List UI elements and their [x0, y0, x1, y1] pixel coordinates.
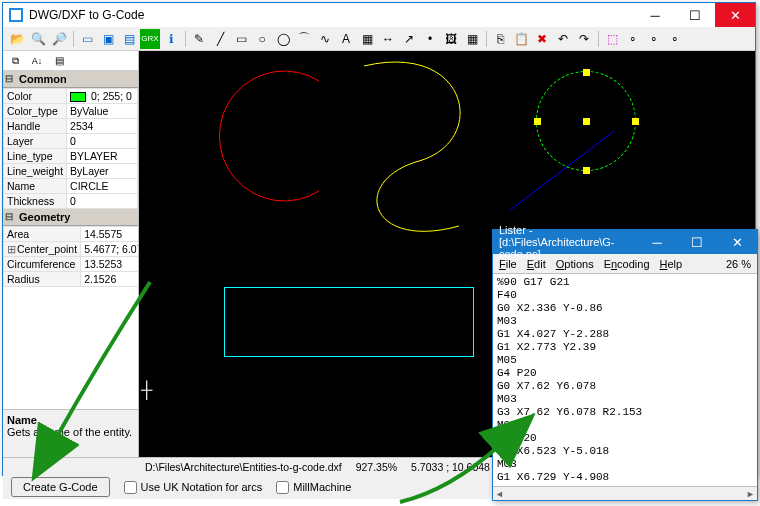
create-gcode-button[interactable]: Create G-Code: [11, 477, 110, 497]
lister-maximize-button[interactable]: ☐: [677, 230, 717, 254]
spline-icon[interactable]: ∿: [315, 29, 335, 49]
delete-icon[interactable]: ✖: [532, 29, 552, 49]
prop-row[interactable]: Line_typeBYLAYER: [4, 149, 138, 164]
handle-left[interactable]: [534, 118, 541, 125]
prop-row[interactable]: Color_typeByValue: [4, 104, 138, 119]
prop-value[interactable]: ByLayer: [67, 164, 138, 179]
hatch-icon[interactable]: ▦: [357, 29, 377, 49]
image-icon[interactable]: 🖼: [441, 29, 461, 49]
more1-icon[interactable]: ∘: [623, 29, 643, 49]
desc-name-label: Name: [7, 414, 134, 426]
handle-right[interactable]: [632, 118, 639, 125]
grid-icon[interactable]: GRX: [140, 29, 160, 49]
prop-value[interactable]: 0: [67, 194, 138, 209]
millmachine-checkbox[interactable]: MillMachine: [276, 481, 351, 494]
zoom-icon[interactable]: 🔍: [28, 29, 48, 49]
menu-edit[interactable]: Edit: [527, 258, 546, 270]
sort-az-icon[interactable]: A↓: [27, 51, 47, 71]
info-icon[interactable]: ℹ: [161, 29, 181, 49]
leader-icon[interactable]: ↗: [399, 29, 419, 49]
prop-key: Thickness: [4, 194, 67, 209]
prop-value[interactable]: ByValue: [67, 104, 138, 119]
pointer-icon[interactable]: ✎: [189, 29, 209, 49]
common-properties-table: Color 0; 255; 0Color_typeByValueHandle25…: [3, 88, 138, 209]
view1-icon[interactable]: ▭: [77, 29, 97, 49]
handle-top[interactable]: [583, 69, 590, 76]
block-icon[interactable]: ▦: [462, 29, 482, 49]
prop-row[interactable]: Circumference13.5253: [4, 257, 139, 272]
arc-icon[interactable]: ⌒: [294, 29, 314, 49]
prop-key: Handle: [4, 119, 67, 134]
handle-bottom[interactable]: [583, 167, 590, 174]
handle-center[interactable]: [583, 118, 590, 125]
minimize-button[interactable]: ─: [635, 3, 675, 27]
prop-value[interactable]: CIRCLE: [67, 179, 138, 194]
redo-icon[interactable]: ↷: [574, 29, 594, 49]
millmachine-input[interactable]: [276, 481, 289, 494]
lister-content[interactable]: %90 G17 G21 F40 G0 X2.336 Y-0.86 M03 G1 …: [493, 274, 757, 486]
prop-value[interactable]: 13.5253: [81, 257, 138, 272]
prop-row[interactable]: Handle2534: [4, 119, 138, 134]
lister-minimize-button[interactable]: ─: [637, 230, 677, 254]
prop-row[interactable]: NameCIRCLE: [4, 179, 138, 194]
prop-row[interactable]: Layer0: [4, 134, 138, 149]
copy-icon[interactable]: ⎘: [490, 29, 510, 49]
lister-window: Lister - [d:\Files\Architecture\G-code.n…: [492, 229, 758, 501]
point-icon[interactable]: •: [420, 29, 440, 49]
text-icon[interactable]: A: [336, 29, 356, 49]
separator: [483, 29, 489, 49]
prop-value[interactable]: 2.1526: [81, 272, 138, 287]
circle-icon[interactable]: ○: [252, 29, 272, 49]
section-geometry[interactable]: Geometry: [3, 209, 138, 226]
prop-row[interactable]: Thickness0: [4, 194, 138, 209]
open-icon[interactable]: 📂: [7, 29, 27, 49]
more3-icon[interactable]: ∘: [665, 29, 685, 49]
prop-row[interactable]: Color 0; 255; 0: [4, 89, 138, 104]
undo-icon[interactable]: ↶: [553, 29, 573, 49]
scroll-right-icon[interactable]: ►: [746, 489, 755, 499]
prop-value[interactable]: 5.4677; 6.0778; 0: [81, 242, 138, 257]
uk-notation-input[interactable]: [124, 481, 137, 494]
color-swatch: [70, 92, 86, 102]
prop-mini-toolbar: ⧉ A↓ ▤: [3, 51, 138, 71]
prop-value[interactable]: 2534: [67, 119, 138, 134]
uk-notation-checkbox[interactable]: Use UK Notation for arcs: [124, 481, 263, 494]
lister-scrollbar[interactable]: ◄ ►: [493, 486, 757, 500]
menu-help[interactable]: Help: [660, 258, 683, 270]
status-coords: 5.7033 ; 10.6048 ; 0: [411, 461, 504, 473]
lister-close-button[interactable]: ✕: [717, 230, 757, 254]
close-button[interactable]: ✕: [715, 3, 755, 27]
sort-cat-icon[interactable]: ⧉: [5, 51, 25, 71]
menu-encoding[interactable]: Encoding: [604, 258, 650, 270]
more2-icon[interactable]: ∘: [644, 29, 664, 49]
section-common[interactable]: Common: [3, 71, 138, 88]
prop-key: Line_type: [4, 149, 67, 164]
zoom-out-icon[interactable]: 🔎: [49, 29, 69, 49]
prop-page-icon[interactable]: ▤: [49, 51, 69, 71]
separator: [595, 29, 601, 49]
menu-file[interactable]: File: [499, 258, 517, 270]
scroll-left-icon[interactable]: ◄: [495, 489, 504, 499]
select-icon[interactable]: ⬚: [602, 29, 622, 49]
prop-value[interactable]: 0: [67, 134, 138, 149]
view3-icon[interactable]: ▤: [119, 29, 139, 49]
paste-icon[interactable]: 📋: [511, 29, 531, 49]
window-title: DWG/DXF to G-Code: [29, 8, 144, 22]
prop-value[interactable]: 14.5575: [81, 227, 138, 242]
maximize-button[interactable]: ☐: [675, 3, 715, 27]
dim-icon[interactable]: ↔: [378, 29, 398, 49]
menu-options[interactable]: Options: [556, 258, 594, 270]
ellipse-icon[interactable]: ◯: [273, 29, 293, 49]
status-filepath: D:\Files\Architecture\Entities-to-g-code…: [145, 461, 342, 473]
prop-row[interactable]: ⊞Center_point5.4677; 6.0778; 0: [4, 242, 139, 257]
line-icon[interactable]: ╱: [210, 29, 230, 49]
prop-row[interactable]: Radius2.1526: [4, 272, 139, 287]
cyan-rectangle[interactable]: [224, 287, 474, 357]
rect-icon[interactable]: ▭: [231, 29, 251, 49]
prop-row[interactable]: Line_weightByLayer: [4, 164, 138, 179]
view2-icon[interactable]: ▣: [98, 29, 118, 49]
prop-row[interactable]: Area14.5575: [4, 227, 139, 242]
prop-value[interactable]: 0; 255; 0: [67, 89, 138, 104]
lister-titlebar: Lister - [d:\Files\Architecture\G-code.n…: [493, 230, 757, 254]
prop-value[interactable]: BYLAYER: [67, 149, 138, 164]
